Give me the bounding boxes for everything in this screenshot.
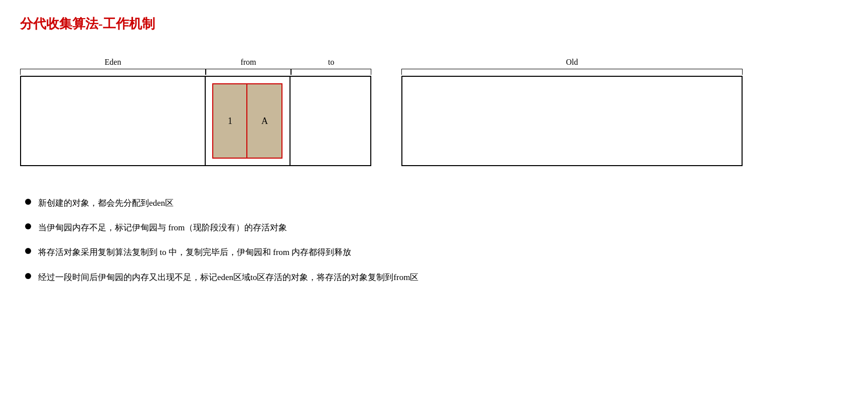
bullet-text: 新创建的对象，都会先分配到eden区 xyxy=(38,196,174,210)
cell-1: 1 xyxy=(213,84,247,158)
old-bracket xyxy=(401,69,743,75)
eden-section xyxy=(21,77,206,165)
from-inner-box: 1 A xyxy=(212,83,282,159)
young-box: 1 A xyxy=(20,76,371,166)
bullet-item-3: 将存活对象采用复制算法复制到 to 中，复制完毕后，伊甸园和 from 内存都得… xyxy=(25,245,848,259)
from-label: from xyxy=(206,58,291,67)
bullet-dot xyxy=(25,223,31,229)
young-generation: Eden from to 1 A xyxy=(20,58,371,166)
bullet-item-2: 当伊甸园内存不足，标记伊甸园与 from（现阶段没有）的存活对象 xyxy=(25,221,848,234)
young-labels-row: Eden from to xyxy=(20,58,371,67)
to-label: to xyxy=(291,58,371,67)
bullet-dot xyxy=(25,273,31,279)
bullet-text: 经过一段时间后伊甸园的内存又出现不足，标记eden区域to区存活的对象，将存活的… xyxy=(38,271,418,284)
to-section xyxy=(291,77,370,165)
diagram-area: Eden from to 1 A Old xyxy=(20,58,848,166)
bracket-eden xyxy=(20,69,206,75)
old-label: Old xyxy=(566,58,578,67)
bullet-text: 将存活对象采用复制算法复制到 to 中，复制完毕后，伊甸园和 from 内存都得… xyxy=(38,245,351,259)
bullet-item-4: 经过一段时间后伊甸园的内存又出现不足，标记eden区域to区存活的对象，将存活的… xyxy=(25,271,848,284)
bullet-list: 新创建的对象，都会先分配到eden区当伊甸园内存不足，标记伊甸园与 from（现… xyxy=(20,196,848,284)
eden-label: Eden xyxy=(20,58,206,67)
page-title: 分代收集算法-工作机制 xyxy=(20,15,848,33)
bullet-dot xyxy=(25,199,31,205)
bracket-from xyxy=(206,69,291,75)
bracket-row xyxy=(20,69,371,75)
old-box xyxy=(401,76,743,166)
old-generation: Old xyxy=(401,58,743,166)
bullet-text: 当伊甸园内存不足，标记伊甸园与 from（现阶段没有）的存活对象 xyxy=(38,221,287,234)
bullet-dot xyxy=(25,248,31,254)
bracket-to xyxy=(291,69,371,75)
bullet-item-1: 新创建的对象，都会先分配到eden区 xyxy=(25,196,848,210)
cell-a: A xyxy=(247,84,281,158)
old-label-row: Old xyxy=(401,58,743,67)
from-section: 1 A xyxy=(206,77,291,165)
